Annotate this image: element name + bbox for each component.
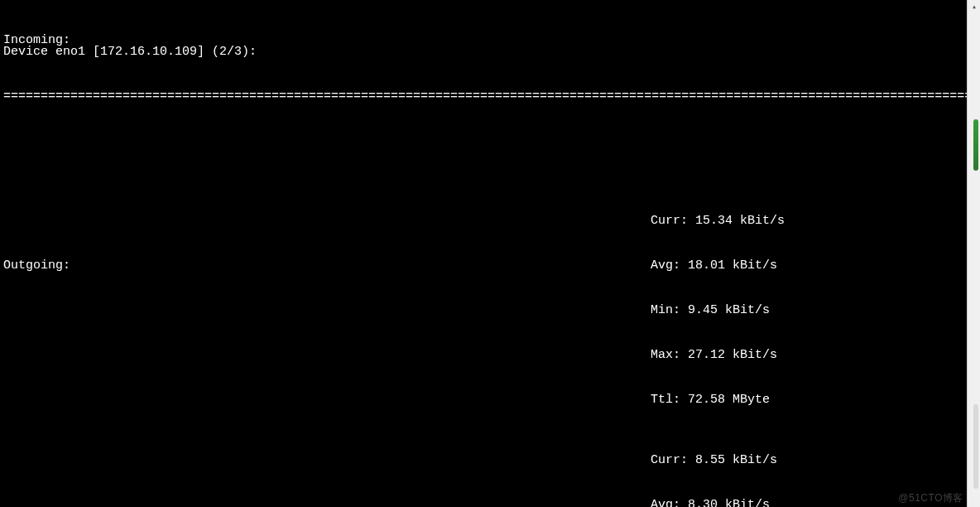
watermark-text: @51CTO博客 — [898, 490, 963, 505]
scrollbar-thumb-secondary[interactable] — [973, 404, 978, 489]
incoming-max: Max: 27.12 kBit/s — [651, 348, 785, 363]
incoming-section-label: Incoming: — [3, 33, 70, 48]
incoming-min: Min: 9.45 kBit/s — [651, 303, 785, 318]
outgoing-stats-block: Curr: 8.55 kBit/s Avg: 8.30 kBit/s Min: … — [651, 423, 829, 507]
outgoing-curr: Curr: 8.55 kBit/s — [651, 453, 829, 468]
vertical-scrollbar[interactable] — [967, 0, 980, 507]
incoming-avg: Avg: 18.01 kBit/s — [651, 258, 785, 273]
viewport: Device eno1 [172.16.10.109] (2/3): =====… — [0, 0, 980, 507]
incoming-stats-block: Curr: 15.34 kBit/s Avg: 18.01 kBit/s Min… — [651, 184, 785, 437]
device-header-line: Device eno1 [172.16.10.109] (2/3): — [0, 45, 967, 60]
incoming-ttl: Ttl: 72.58 MByte — [651, 393, 785, 408]
terminal-window[interactable]: Device eno1 [172.16.10.109] (2/3): =====… — [0, 0, 967, 507]
scrollbar-thumb-active[interactable] — [973, 119, 978, 171]
scroll-up-arrow-icon[interactable] — [968, 0, 980, 13]
outgoing-section-label: Outgoing: — [3, 258, 70, 273]
incoming-curr: Curr: 15.34 kBit/s — [651, 214, 785, 229]
divider-line: ========================================… — [0, 89, 967, 104]
outgoing-avg: Avg: 8.30 kBit/s — [651, 498, 829, 507]
